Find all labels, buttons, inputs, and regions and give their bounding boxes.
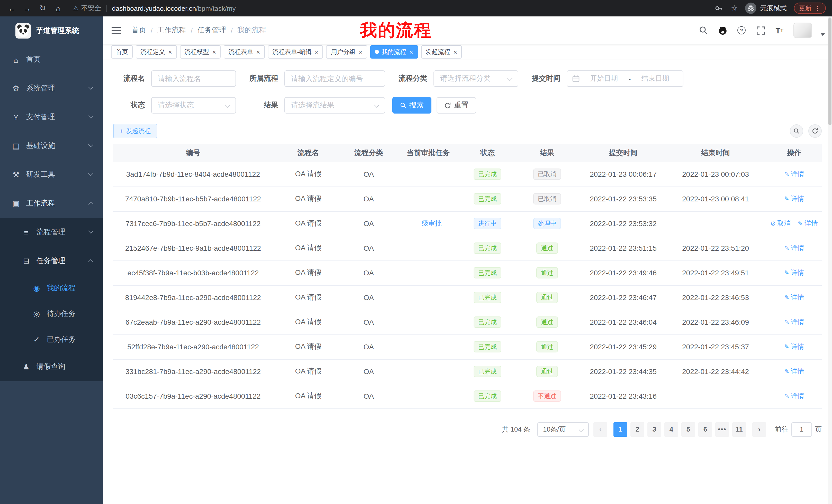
reload-button[interactable]: ↻	[37, 4, 48, 13]
cell-result: 通过	[512, 260, 582, 285]
toggle-search-button[interactable]	[790, 124, 803, 138]
filter-category: 流程分类 请选择流程分类	[398, 71, 518, 87]
status-tag: 已完成	[474, 169, 501, 180]
more-pages-icon[interactable]: •••	[715, 422, 729, 437]
process-table: 编号流程名流程分类当前审批任务状态结果提交时间结束时间操作 3ad174fb-7…	[113, 144, 822, 409]
sidebar-item-process-management[interactable]: ≡流程管理	[0, 218, 103, 247]
result-tag: 通过	[536, 341, 558, 353]
close-icon[interactable]: ×	[409, 49, 413, 55]
sidebar-item-workflow[interactable]: ▣工作流程	[0, 189, 103, 218]
date-range-picker[interactable]: 开始日期 - 结束日期	[567, 71, 683, 87]
security-indicator[interactable]: ⚠ 不安全	[73, 4, 101, 13]
sidebar-item-infrastructure[interactable]: ▤基础设施	[0, 132, 103, 160]
page-button-2[interactable]: 2	[630, 422, 644, 437]
tab-process-form-edit[interactable]: 流程表单-编辑×	[268, 45, 323, 59]
detail-link[interactable]: ✎详情	[784, 170, 804, 178]
close-icon[interactable]: ×	[256, 49, 260, 55]
search-icon[interactable]	[698, 25, 709, 35]
tab-process-form[interactable]: 流程表单×	[224, 45, 265, 59]
goto-page-input[interactable]	[791, 422, 812, 437]
sidebar-item-leave-query[interactable]: ♟请假查询	[0, 353, 103, 381]
detail-link[interactable]: ✎详情	[784, 195, 804, 202]
tab-process-model[interactable]: 流程模型×	[180, 45, 220, 59]
back-button[interactable]: ←	[6, 4, 18, 12]
create-process-button[interactable]: + 发起流程	[113, 124, 157, 138]
page-button-11[interactable]: 11	[732, 422, 746, 437]
font-size-icon[interactable]: TT	[774, 25, 785, 35]
detail-link[interactable]: ✎详情	[784, 244, 804, 252]
detail-link[interactable]: ✎详情	[784, 318, 804, 326]
sidebar-item-todo-task[interactable]: ◎待办任务	[0, 301, 103, 327]
tab-process-definition[interactable]: 流程定义×	[136, 45, 177, 59]
page-button-3[interactable]: 3	[647, 422, 661, 437]
sidebar-item-payment[interactable]: ¥支付管理	[0, 103, 103, 132]
process-definition-input[interactable]	[284, 71, 385, 87]
page-button-1[interactable]: 1	[614, 422, 627, 437]
tools-icon: ⚒	[10, 170, 22, 179]
detail-link[interactable]: ✎详情	[784, 392, 804, 400]
close-icon[interactable]: ×	[359, 49, 363, 55]
forward-button[interactable]: →	[22, 4, 33, 12]
fullscreen-icon[interactable]	[755, 25, 766, 35]
cancel-link[interactable]: ⊘取消	[771, 219, 790, 227]
cell-id: 819442e8-7b9a-11ec-a290-acde48001122	[113, 285, 273, 310]
avatar[interactable]	[794, 23, 812, 38]
collapse-sidebar-button[interactable]	[111, 25, 121, 35]
close-icon[interactable]: ×	[453, 49, 457, 55]
breadcrumb-item[interactable]: 首页	[132, 26, 146, 35]
filter-result: 结果 请选择流结果	[250, 97, 385, 114]
refresh-table-button[interactable]	[808, 124, 822, 138]
sidebar-item-my-process[interactable]: ◉我的流程	[0, 275, 103, 301]
page-button-5[interactable]: 5	[681, 422, 695, 437]
result-tag: 处理中	[533, 218, 561, 229]
address-bar[interactable]: dashboard.yudao.iocoder.cn/bpm/task/my	[112, 4, 236, 12]
process-name-input[interactable]	[151, 71, 236, 87]
sidebar-item-devtools[interactable]: ⚒研发工具	[0, 160, 103, 189]
bookmark-star-icon[interactable]: ☆	[731, 4, 738, 13]
detail-link[interactable]: ✎详情	[784, 343, 804, 351]
close-icon[interactable]: ×	[315, 49, 318, 55]
page-size-select[interactable]: 10条/页	[537, 422, 589, 437]
github-icon[interactable]	[717, 25, 728, 35]
sidebar-item-task-management[interactable]: ⊟任务管理	[0, 247, 103, 275]
status-select[interactable]: 请选择状态	[151, 97, 236, 114]
page-button-6[interactable]: 6	[698, 422, 712, 437]
column-header: 提交时间	[582, 144, 665, 162]
detail-link[interactable]: ✎详情	[798, 219, 818, 227]
tab-user-group[interactable]: 用户分组×	[326, 45, 367, 59]
sidebar-item-system[interactable]: ⚙系统管理	[0, 74, 103, 103]
category-select[interactable]: 请选择流程分类	[434, 71, 518, 87]
search-button[interactable]: 搜索	[392, 97, 432, 114]
avatar-caret-down-icon[interactable]	[821, 33, 825, 36]
key-icon[interactable]	[713, 3, 724, 13]
update-button[interactable]: 更新 ⋮	[794, 3, 826, 14]
cell-actions: ✎详情	[767, 384, 822, 409]
close-icon[interactable]: ×	[168, 49, 172, 55]
table-row: 331bc281-7b9a-11ec-a290-acde48001122OA 请…	[113, 359, 822, 384]
result-select[interactable]: 请选择流结果	[284, 97, 385, 114]
detail-link[interactable]: ✎详情	[784, 367, 804, 375]
sidebar-item-home[interactable]: ⌂首页	[0, 45, 103, 74]
home-button[interactable]: ⌂	[52, 4, 64, 12]
page-button-4[interactable]: 4	[665, 422, 678, 437]
scrollbar[interactable]	[828, 17, 832, 504]
prev-page-button[interactable]: ‹	[593, 422, 607, 437]
help-icon[interactable]: ?	[736, 25, 747, 35]
detail-link[interactable]: ✎详情	[784, 269, 804, 276]
detail-link[interactable]: ✎详情	[784, 293, 804, 301]
current-task-link[interactable]: 一级审批	[415, 219, 442, 227]
sidebar-item-done-task[interactable]: ✓已办任务	[0, 327, 103, 353]
tab-my-process[interactable]: 我的流程×	[370, 45, 418, 59]
server-icon: ▤	[10, 141, 22, 150]
next-page-button[interactable]: ›	[752, 422, 766, 437]
breadcrumb-item[interactable]: 任务管理	[198, 26, 226, 35]
tab-create-process[interactable]: 发起流程×	[421, 45, 462, 59]
breadcrumb-item[interactable]: 工作流程	[157, 26, 186, 35]
browser-menu-icon[interactable]: ⋮	[814, 5, 821, 12]
close-icon[interactable]: ×	[212, 49, 216, 55]
scrollbar-thumb[interactable]	[828, 18, 831, 125]
cell-name: OA 请假	[273, 236, 343, 260]
app-logo[interactable]: 芋道管理系统	[0, 17, 103, 45]
reset-button[interactable]: 重置	[437, 97, 476, 114]
tab-home[interactable]: 首页	[111, 45, 133, 59]
